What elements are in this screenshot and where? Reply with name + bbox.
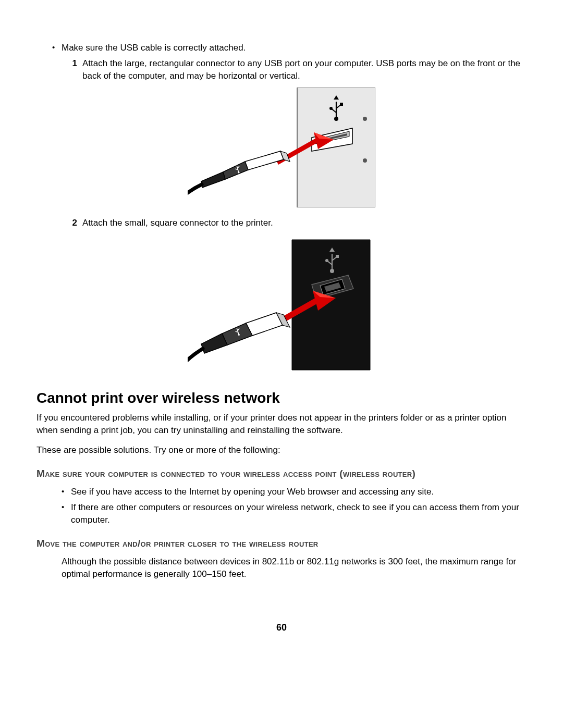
svg-marker-15 [201, 172, 225, 188]
step-text: Attach the small, square connector to th… [82, 217, 273, 229]
section-title: Cannot print over wireless network [36, 390, 527, 406]
figure-usb-printer [36, 235, 527, 375]
svg-point-20 [330, 269, 334, 273]
numbered-list: 1 Attach the large, rectangular connecto… [68, 57, 527, 82]
svg-point-1 [363, 117, 367, 121]
list-item: 2 Attach the small, square connector to … [68, 217, 527, 229]
svg-point-2 [363, 158, 367, 163]
svg-marker-27 [246, 313, 283, 336]
svg-marker-14 [223, 162, 248, 179]
body-paragraph: Although the possible distance between d… [62, 556, 527, 581]
bullet-text: See if you have access to the Internet b… [71, 486, 434, 498]
svg-marker-12 [245, 151, 284, 170]
svg-rect-19 [336, 255, 339, 258]
body-paragraph: These are possible solutions. Try one or… [36, 444, 527, 456]
bullet-item: • See if you have access to the Internet… [62, 486, 527, 498]
bullet-icon: • [62, 486, 71, 497]
step-number: 1 [68, 57, 82, 70]
page-number: 60 [36, 622, 527, 633]
usb-computer-illustration [188, 88, 375, 207]
step-text: Attach the large, rectangular connector … [82, 57, 527, 82]
list-item: 1 Attach the large, rectangular connecto… [68, 57, 527, 82]
bullet-list: • See if you have access to the Internet… [62, 486, 527, 526]
subsection-heading: Make sure your computer is connected to … [36, 467, 527, 480]
bullet-item: • Make sure the USB cable is correctly a… [52, 42, 527, 54]
bullet-icon: • [62, 501, 71, 513]
bullet-icon: • [52, 42, 62, 53]
bullet-text: If there are other computers or resource… [71, 501, 527, 526]
bullet-text: Make sure the USB cable is correctly att… [62, 42, 246, 54]
svg-point-3 [329, 107, 333, 110]
step-number: 2 [68, 217, 82, 229]
figure-usb-computer [36, 88, 527, 207]
numbered-list: 2 Attach the small, square connector to … [68, 217, 527, 229]
svg-marker-30 [201, 334, 227, 353]
subsection-heading: Move the computer and/or printer closer … [36, 537, 527, 550]
svg-point-18 [325, 259, 328, 262]
svg-marker-29 [222, 323, 252, 345]
usb-printer-illustration [188, 235, 375, 375]
bullet-item: • If there are other computers or resour… [62, 501, 527, 526]
document-page: • Make sure the USB cable is correctly a… [0, 0, 563, 654]
svg-point-5 [334, 117, 338, 121]
svg-rect-4 [340, 103, 343, 106]
body-paragraph: If you encountered problems while instal… [36, 412, 527, 437]
